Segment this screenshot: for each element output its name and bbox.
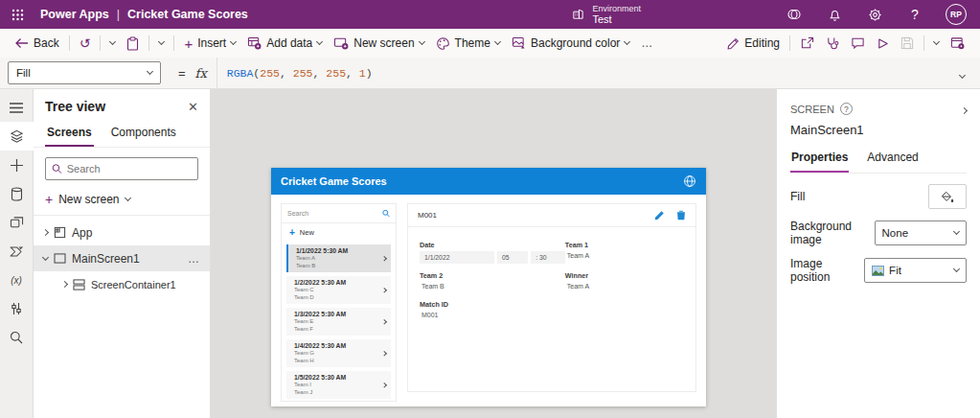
settings-button[interactable] [865, 5, 884, 24]
match-list-item[interactable]: 1/1/2022 5:30 AM Team A Team B [286, 244, 391, 272]
tree-view-panel: Tree view ✕ Screens Components + New scr… [34, 89, 211, 418]
tree-search-input[interactable] [67, 163, 192, 174]
tree-search-box[interactable] [45, 157, 198, 180]
formula-expand-button[interactable] [952, 64, 972, 81]
chevron-down-icon [419, 38, 425, 45]
fx-icon: fx [195, 66, 207, 81]
tab-properties[interactable]: Properties [790, 147, 849, 173]
paste-menu-button[interactable] [153, 32, 170, 55]
app-checker-button[interactable] [820, 32, 845, 55]
back-button[interactable]: Back [10, 32, 65, 55]
match-team-a: Team E [294, 318, 346, 326]
undo-button[interactable]: ↺ [74, 32, 97, 55]
app-search-input[interactable] [287, 210, 378, 217]
waffle-menu-button[interactable] [0, 0, 34, 29]
background-color-label: Background color [531, 36, 620, 50]
formula-input[interactable]: RGBA(255, 255, 255, 1) [227, 67, 373, 80]
tab-components[interactable]: Components [109, 122, 178, 147]
notifications-button[interactable] [825, 5, 844, 24]
delete-record-button[interactable] [676, 210, 686, 221]
avatar[interactable]: RP [946, 4, 967, 25]
toolbar-divider [923, 35, 924, 51]
add-data-icon [247, 36, 262, 50]
theme-button[interactable]: Theme [430, 32, 506, 55]
new-screen-button[interactable]: New screen [328, 32, 429, 55]
tree-node-mainscreen[interactable]: MainScreen1 … [34, 245, 210, 271]
power-apps-studio: Power Apps | Cricket Game Scores Environ… [0, 0, 980, 418]
design-canvas[interactable]: Cricket Game Scores [211, 89, 776, 418]
tab-advanced[interactable]: Advanced [866, 147, 919, 173]
panel-collapse-button[interactable] [962, 104, 967, 115]
fill-color-picker-button[interactable] [928, 184, 967, 209]
background-image-value: None [882, 227, 909, 239]
product-name[interactable]: Power Apps [40, 8, 109, 21]
chevron-right-icon[interactable] [42, 229, 49, 236]
chevron-down-icon[interactable] [42, 253, 49, 260]
hour-field[interactable]: 05 [497, 251, 528, 264]
overflow-button[interactable]: … [635, 32, 659, 55]
tree-node-app[interactable]: App [34, 220, 210, 245]
back-label: Back [34, 36, 59, 50]
publish-icon [950, 36, 965, 50]
app-node-icon [54, 226, 66, 239]
rail-media-button[interactable] [0, 208, 34, 237]
background-image-select[interactable]: None [875, 221, 967, 245]
match-list-item[interactable]: 1/4/2022 5:30 AM Team G Team H [286, 339, 391, 367]
chevron-right-icon[interactable] [61, 281, 68, 288]
globe-icon[interactable] [683, 174, 696, 188]
app-header-title: Cricket Game Scores [281, 175, 387, 187]
property-selector[interactable]: Fill [8, 61, 161, 84]
avatar-initials: RP [950, 10, 962, 19]
rail-search-button[interactable] [0, 323, 34, 352]
chevron-right-icon [381, 319, 386, 324]
match-datetime: 1/4/2022 5:30 AM [294, 342, 346, 350]
help-icon[interactable]: ? [840, 103, 853, 115]
app-search-box[interactable] [282, 204, 396, 223]
editing-mode-button[interactable]: Editing [721, 32, 786, 55]
chevron-down-icon [953, 228, 960, 235]
tree-new-screen-button[interactable]: + New screen [34, 188, 210, 216]
preview-button[interactable] [871, 32, 895, 55]
share-button[interactable] [794, 32, 820, 55]
toolbar-divider [100, 35, 101, 51]
rail-tree-view-button[interactable] [0, 122, 34, 151]
app-screen: + New 1/1/2022 5:30 AM Team A Team B [271, 195, 706, 406]
comments-button[interactable] [845, 32, 871, 55]
publish-button[interactable] [945, 32, 970, 55]
node-overflow-button[interactable]: … [188, 252, 200, 266]
minute-field[interactable]: : 30 [531, 251, 565, 264]
selected-control-type: SCREEN [790, 104, 834, 115]
copilot-button[interactable] [785, 5, 804, 24]
app-preview[interactable]: Cricket Game Scores [271, 168, 706, 406]
tree-node-screencontainer[interactable]: ScreenContainer1 [34, 271, 210, 297]
rail-advanced-tools-button[interactable] [0, 294, 34, 323]
environment-picker[interactable]: Environment Test [571, 4, 641, 26]
edit-record-button[interactable] [654, 210, 665, 221]
new-screen-label: New screen [353, 36, 414, 50]
match-list-item[interactable]: 1/2/2022 5:30 AM Team C Team D [286, 276, 391, 304]
save-menu-button[interactable] [928, 32, 945, 55]
match-id-value: M001 [420, 309, 565, 321]
rail-insert-button[interactable] [0, 151, 34, 179]
screen-node-icon [54, 253, 66, 264]
match-list-item[interactable]: 1/5/2022 5:30 AM Team I Team J [286, 371, 391, 399]
new-record-button[interactable]: + New [282, 223, 396, 241]
environment-label: Environment [592, 4, 641, 13]
background-color-button[interactable]: Background color [506, 32, 635, 55]
close-icon[interactable]: ✕ [188, 100, 198, 114]
rail-data-button[interactable] [0, 179, 34, 208]
formula-comma: , [313, 67, 327, 80]
match-list-item[interactable]: 1/3/2022 5:30 AM Team E Team F [286, 308, 391, 336]
power-automate-icon [10, 246, 24, 257]
help-button[interactable]: ? [905, 5, 924, 24]
image-position-select[interactable]: Fit [864, 258, 967, 283]
paste-button[interactable] [121, 32, 145, 55]
insert-button[interactable]: + Insert [178, 32, 241, 55]
rail-power-automate-button[interactable] [0, 237, 34, 266]
rail-menu-button[interactable] [0, 93, 34, 122]
undo-menu-button[interactable] [104, 32, 121, 55]
tab-screens[interactable]: Screens [45, 122, 94, 147]
date-field[interactable]: 1/1/2022 [420, 251, 494, 264]
add-data-button[interactable]: Add data [241, 32, 328, 55]
rail-variables-button[interactable]: (x) [0, 266, 34, 294]
